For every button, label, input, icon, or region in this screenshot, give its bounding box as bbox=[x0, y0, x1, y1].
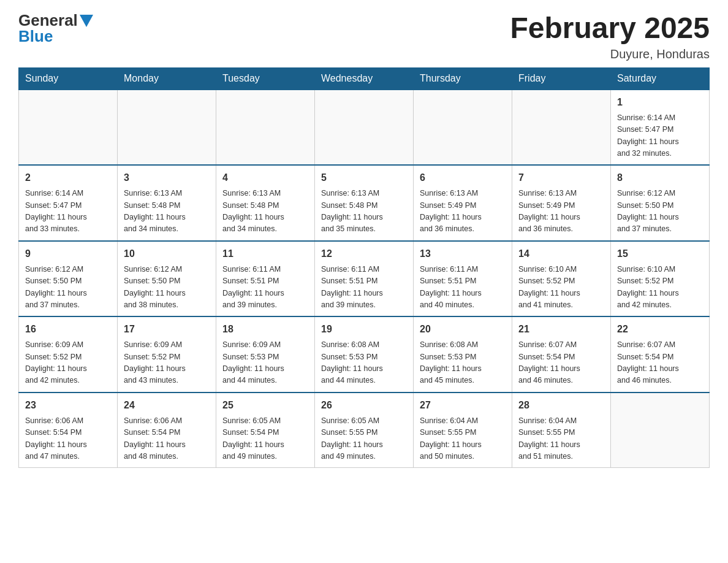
calendar-week-row: 2Sunrise: 6:14 AMSunset: 5:47 PMDaylight… bbox=[19, 165, 710, 241]
day-info: Sunrise: 6:05 AMSunset: 5:54 PMDaylight:… bbox=[222, 415, 308, 463]
table-row: 21Sunrise: 6:07 AMSunset: 5:54 PMDayligh… bbox=[512, 316, 611, 393]
day-number: 27 bbox=[420, 398, 506, 413]
day-info: Sunrise: 6:06 AMSunset: 5:54 PMDaylight:… bbox=[124, 415, 210, 463]
day-number: 21 bbox=[518, 322, 604, 337]
day-number: 11 bbox=[222, 247, 308, 261]
day-number: 18 bbox=[222, 322, 308, 337]
calendar-table: Sunday Monday Tuesday Wednesday Thursday… bbox=[18, 67, 710, 469]
day-number: 5 bbox=[321, 170, 407, 185]
logo-general-text: General bbox=[18, 12, 78, 28]
table-row: 23Sunrise: 6:06 AMSunset: 5:54 PMDayligh… bbox=[19, 393, 118, 468]
day-info: Sunrise: 6:11 AMSunset: 5:51 PMDaylight:… bbox=[420, 264, 506, 312]
day-info: Sunrise: 6:13 AMSunset: 5:49 PMDaylight:… bbox=[518, 188, 604, 236]
day-info: Sunrise: 6:10 AMSunset: 5:52 PMDaylight:… bbox=[518, 264, 604, 312]
day-info: Sunrise: 6:09 AMSunset: 5:53 PMDaylight:… bbox=[222, 339, 308, 387]
day-number: 25 bbox=[222, 398, 308, 413]
day-info: Sunrise: 6:07 AMSunset: 5:54 PMDaylight:… bbox=[518, 339, 604, 387]
calendar-subtitle: Duyure, Honduras bbox=[510, 47, 710, 61]
table-row bbox=[315, 90, 414, 166]
table-row bbox=[216, 90, 315, 166]
day-number: 9 bbox=[25, 247, 111, 261]
table-row: 7Sunrise: 6:13 AMSunset: 5:49 PMDaylight… bbox=[512, 165, 611, 241]
table-row: 20Sunrise: 6:08 AMSunset: 5:53 PMDayligh… bbox=[414, 316, 512, 393]
day-number: 10 bbox=[124, 247, 210, 261]
day-info: Sunrise: 6:13 AMSunset: 5:48 PMDaylight:… bbox=[124, 188, 210, 236]
day-number: 2 bbox=[25, 170, 111, 185]
table-row: 19Sunrise: 6:08 AMSunset: 5:53 PMDayligh… bbox=[315, 316, 414, 393]
table-row: 8Sunrise: 6:12 AMSunset: 5:50 PMDaylight… bbox=[611, 165, 710, 241]
table-row: 10Sunrise: 6:12 AMSunset: 5:50 PMDayligh… bbox=[118, 241, 216, 317]
day-number: 19 bbox=[321, 322, 407, 337]
day-info: Sunrise: 6:13 AMSunset: 5:48 PMDaylight:… bbox=[222, 188, 308, 236]
table-row: 2Sunrise: 6:14 AMSunset: 5:47 PMDaylight… bbox=[19, 165, 118, 241]
day-number: 3 bbox=[124, 170, 210, 185]
table-row: 18Sunrise: 6:09 AMSunset: 5:53 PMDayligh… bbox=[216, 316, 315, 393]
title-block: February 2025 Duyure, Honduras bbox=[510, 12, 710, 61]
calendar-header-row: Sunday Monday Tuesday Wednesday Thursday… bbox=[19, 67, 710, 90]
col-wednesday: Wednesday bbox=[315, 67, 414, 90]
day-info: Sunrise: 6:11 AMSunset: 5:51 PMDaylight:… bbox=[321, 264, 407, 312]
day-info: Sunrise: 6:08 AMSunset: 5:53 PMDaylight:… bbox=[321, 339, 407, 387]
day-number: 8 bbox=[617, 170, 703, 185]
table-row: 14Sunrise: 6:10 AMSunset: 5:52 PMDayligh… bbox=[512, 241, 611, 317]
calendar-week-row: 23Sunrise: 6:06 AMSunset: 5:54 PMDayligh… bbox=[19, 393, 710, 468]
day-info: Sunrise: 6:07 AMSunset: 5:54 PMDaylight:… bbox=[617, 339, 703, 387]
calendar-week-row: 9Sunrise: 6:12 AMSunset: 5:50 PMDaylight… bbox=[19, 241, 710, 317]
logo-triangle-icon bbox=[80, 15, 93, 28]
day-info: Sunrise: 6:09 AMSunset: 5:52 PMDaylight:… bbox=[124, 339, 210, 387]
calendar-title: February 2025 bbox=[510, 12, 710, 45]
table-row bbox=[118, 90, 216, 166]
day-info: Sunrise: 6:12 AMSunset: 5:50 PMDaylight:… bbox=[124, 264, 210, 312]
table-row bbox=[19, 90, 118, 166]
day-number: 15 bbox=[617, 247, 703, 261]
logo-blue-text: Blue bbox=[18, 27, 53, 45]
day-number: 7 bbox=[518, 170, 604, 185]
day-number: 26 bbox=[321, 398, 407, 413]
day-info: Sunrise: 6:13 AMSunset: 5:49 PMDaylight:… bbox=[420, 188, 506, 236]
day-info: Sunrise: 6:08 AMSunset: 5:53 PMDaylight:… bbox=[420, 339, 506, 387]
col-sunday: Sunday bbox=[19, 67, 118, 90]
day-number: 14 bbox=[518, 247, 604, 261]
table-row: 27Sunrise: 6:04 AMSunset: 5:55 PMDayligh… bbox=[414, 393, 512, 468]
day-number: 4 bbox=[222, 170, 308, 185]
table-row: 26Sunrise: 6:05 AMSunset: 5:55 PMDayligh… bbox=[315, 393, 414, 468]
table-row: 15Sunrise: 6:10 AMSunset: 5:52 PMDayligh… bbox=[611, 241, 710, 317]
day-number: 22 bbox=[617, 322, 703, 337]
table-row: 9Sunrise: 6:12 AMSunset: 5:50 PMDaylight… bbox=[19, 241, 118, 317]
table-row: 17Sunrise: 6:09 AMSunset: 5:52 PMDayligh… bbox=[118, 316, 216, 393]
day-number: 12 bbox=[321, 247, 407, 261]
day-info: Sunrise: 6:14 AMSunset: 5:47 PMDaylight:… bbox=[25, 188, 111, 236]
table-row bbox=[512, 90, 611, 166]
day-info: Sunrise: 6:12 AMSunset: 5:50 PMDaylight:… bbox=[617, 188, 703, 236]
day-info: Sunrise: 6:04 AMSunset: 5:55 PMDaylight:… bbox=[518, 415, 604, 463]
svg-marker-0 bbox=[80, 15, 93, 27]
table-row: 1Sunrise: 6:14 AMSunset: 5:47 PMDaylight… bbox=[611, 90, 710, 166]
day-number: 24 bbox=[124, 398, 210, 413]
day-number: 1 bbox=[617, 95, 703, 110]
day-info: Sunrise: 6:04 AMSunset: 5:55 PMDaylight:… bbox=[420, 415, 506, 463]
table-row: 4Sunrise: 6:13 AMSunset: 5:48 PMDaylight… bbox=[216, 165, 315, 241]
table-row: 12Sunrise: 6:11 AMSunset: 5:51 PMDayligh… bbox=[315, 241, 414, 317]
day-info: Sunrise: 6:05 AMSunset: 5:55 PMDaylight:… bbox=[321, 415, 407, 463]
calendar-week-row: 1Sunrise: 6:14 AMSunset: 5:47 PMDaylight… bbox=[19, 90, 710, 166]
table-row: 28Sunrise: 6:04 AMSunset: 5:55 PMDayligh… bbox=[512, 393, 611, 468]
day-info: Sunrise: 6:09 AMSunset: 5:52 PMDaylight:… bbox=[25, 339, 111, 387]
table-row: 16Sunrise: 6:09 AMSunset: 5:52 PMDayligh… bbox=[19, 316, 118, 393]
col-tuesday: Tuesday bbox=[216, 67, 315, 90]
logo: General Blue bbox=[18, 12, 93, 44]
col-monday: Monday bbox=[118, 67, 216, 90]
day-number: 28 bbox=[518, 398, 604, 413]
calendar-week-row: 16Sunrise: 6:09 AMSunset: 5:52 PMDayligh… bbox=[19, 316, 710, 393]
table-row: 5Sunrise: 6:13 AMSunset: 5:48 PMDaylight… bbox=[315, 165, 414, 241]
day-info: Sunrise: 6:12 AMSunset: 5:50 PMDaylight:… bbox=[25, 264, 111, 312]
day-number: 20 bbox=[420, 322, 506, 337]
day-info: Sunrise: 6:06 AMSunset: 5:54 PMDaylight:… bbox=[25, 415, 111, 463]
table-row: 25Sunrise: 6:05 AMSunset: 5:54 PMDayligh… bbox=[216, 393, 315, 468]
col-friday: Friday bbox=[512, 67, 611, 90]
page-header: General Blue February 2025 Duyure, Hondu… bbox=[18, 12, 710, 61]
day-number: 23 bbox=[25, 398, 111, 413]
table-row: 13Sunrise: 6:11 AMSunset: 5:51 PMDayligh… bbox=[414, 241, 512, 317]
table-row bbox=[414, 90, 512, 166]
day-info: Sunrise: 6:14 AMSunset: 5:47 PMDaylight:… bbox=[617, 112, 703, 160]
table-row: 3Sunrise: 6:13 AMSunset: 5:48 PMDaylight… bbox=[118, 165, 216, 241]
